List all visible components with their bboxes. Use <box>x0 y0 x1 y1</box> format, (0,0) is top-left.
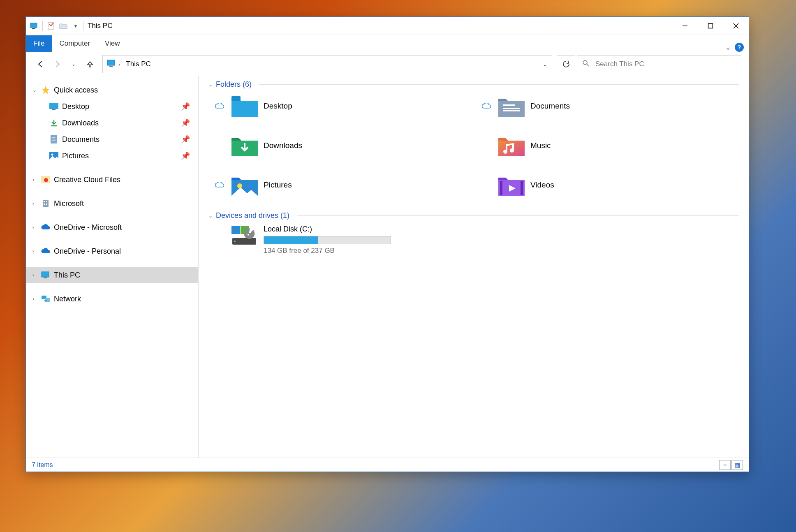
tab-file[interactable]: File <box>26 35 52 52</box>
folder-documents[interactable]: Documents <box>480 94 739 118</box>
caret-right-icon[interactable]: › <box>32 272 39 278</box>
tree-documents[interactable]: Documents 📌 <box>26 131 198 148</box>
folder-music[interactable]: Music <box>480 133 739 158</box>
creative-cloud-icon <box>41 175 51 185</box>
svg-rect-1 <box>32 28 35 29</box>
caret-right-icon[interactable]: › <box>32 296 39 302</box>
maximize-button[interactable] <box>698 17 723 35</box>
caret-right-icon[interactable]: › <box>32 248 39 254</box>
address-text[interactable]: This PC <box>126 60 150 68</box>
recent-locations-button[interactable]: ⌄ <box>66 57 81 72</box>
svg-rect-47 <box>232 238 256 245</box>
new-folder-icon[interactable] <box>58 20 69 32</box>
group-devices-header[interactable]: ⌄ Devices and drives (1) <box>208 211 739 220</box>
pin-icon[interactable]: 📌 <box>181 118 190 127</box>
svg-rect-33 <box>231 101 258 117</box>
tree-downloads[interactable]: Downloads 📌 <box>26 115 198 131</box>
desktop-icon <box>49 102 59 111</box>
forward-button[interactable] <box>50 57 65 72</box>
tree-label: This PC <box>54 271 80 280</box>
chevron-down-icon[interactable]: ⌄ <box>208 82 213 88</box>
properties-icon[interactable] <box>45 20 57 32</box>
window-controls <box>672 17 749 35</box>
caret-down-icon[interactable]: ⌄ <box>32 87 39 93</box>
tree-microsoft[interactable]: › Microsoft <box>26 195 198 212</box>
svg-rect-23 <box>44 201 45 202</box>
tree-label: Desktop <box>62 102 89 111</box>
tree-creative-cloud[interactable]: › Creative Cloud Files <box>26 171 198 188</box>
tree-label: Documents <box>62 135 100 144</box>
this-pc-icon <box>41 270 51 280</box>
address-bar[interactable]: › This PC ⌄ <box>102 55 552 73</box>
tab-computer[interactable]: Computer <box>52 35 97 52</box>
tree-this-pc[interactable]: › This PC <box>26 267 198 283</box>
tree-pictures[interactable]: Pictures 📌 <box>26 148 198 164</box>
ribbon-right: ⌄ ? <box>725 43 749 52</box>
breadcrumb-separator-icon[interactable]: › <box>118 61 120 67</box>
folder-label: Music <box>530 141 551 150</box>
tree-label: Microsoft <box>54 199 84 208</box>
svg-rect-36 <box>503 108 520 109</box>
svg-rect-0 <box>30 23 37 28</box>
svg-rect-39 <box>498 141 525 156</box>
group-folders-header[interactable]: ⌄ Folders (6) <box>208 80 739 89</box>
refresh-button[interactable] <box>557 55 575 73</box>
tree-label: Network <box>54 295 81 303</box>
svg-point-21 <box>44 178 48 182</box>
folders-grid: Desktop Documents Downloads Music <box>213 94 739 197</box>
svg-marker-11 <box>42 86 50 94</box>
app-icon <box>28 20 40 32</box>
drive-icon <box>231 225 258 246</box>
folder-label: Downloads <box>264 141 302 150</box>
window-title: This PC <box>85 22 112 30</box>
tree-label: Pictures <box>62 152 89 160</box>
search-box[interactable] <box>577 55 741 73</box>
body: ⌄ Quick access Desktop 📌 Downloads 📌 Doc… <box>26 76 749 458</box>
tab-view[interactable]: View <box>97 35 127 52</box>
folder-videos[interactable]: Videos <box>480 173 739 197</box>
pictures-folder-icon <box>231 173 259 197</box>
large-icons-view-button[interactable]: ▦ <box>731 460 743 470</box>
group-title: Folders (6) <box>216 80 252 89</box>
pin-icon[interactable]: 📌 <box>181 102 190 111</box>
svg-rect-43 <box>500 181 502 195</box>
caret-right-icon[interactable]: › <box>32 177 39 183</box>
caret-right-icon[interactable]: › <box>32 224 39 230</box>
svg-rect-37 <box>503 110 520 111</box>
drive-info: Local Disk (C:) 134 GB free of 237 GB <box>264 225 391 255</box>
pin-icon[interactable]: 📌 <box>181 151 190 160</box>
caret-right-icon[interactable]: › <box>32 201 39 206</box>
tree-label: Quick access <box>54 86 98 95</box>
cloud-status-icon <box>480 103 493 109</box>
svg-rect-27 <box>42 272 49 277</box>
svg-point-19 <box>51 154 53 156</box>
drive-local-c[interactable]: Local Disk (C:) 134 GB free of 237 GB <box>231 225 739 255</box>
search-input[interactable] <box>595 60 736 68</box>
address-dropdown-icon[interactable]: ⌄ <box>538 56 552 73</box>
svg-point-41 <box>237 183 242 188</box>
back-button[interactable] <box>33 57 48 72</box>
chevron-down-icon[interactable]: ⌄ <box>208 213 213 219</box>
help-icon[interactable]: ? <box>735 43 744 52</box>
folder-downloads[interactable]: Downloads <box>213 133 472 158</box>
pin-icon[interactable]: 📌 <box>181 135 190 144</box>
qat-customize-icon[interactable]: ▼ <box>70 20 81 32</box>
ribbon-expand-icon[interactable]: ⌄ <box>725 44 731 51</box>
svg-line-10 <box>587 64 589 66</box>
tree-desktop[interactable]: Desktop 📌 <box>26 98 198 115</box>
folder-pictures[interactable]: Pictures <box>213 173 472 197</box>
up-button[interactable] <box>83 57 97 72</box>
folder-desktop[interactable]: Desktop <box>213 94 472 118</box>
details-view-button[interactable]: ≡ <box>719 460 731 470</box>
download-icon <box>49 118 59 128</box>
music-folder-icon <box>498 134 525 157</box>
close-button[interactable] <box>723 17 749 35</box>
content-pane: ⌄ Folders (6) Desktop Documents <box>199 76 749 458</box>
tree-quick-access[interactable]: ⌄ Quick access <box>26 82 198 98</box>
drive-usage-fill <box>264 236 318 244</box>
downloads-folder-icon <box>231 134 259 157</box>
minimize-button[interactable] <box>672 17 698 35</box>
tree-network[interactable]: › Network <box>26 291 198 307</box>
tree-onedrive-microsoft[interactable]: › OneDrive - Microsoft <box>26 219 198 236</box>
tree-onedrive-personal[interactable]: › OneDrive - Personal <box>26 243 198 259</box>
